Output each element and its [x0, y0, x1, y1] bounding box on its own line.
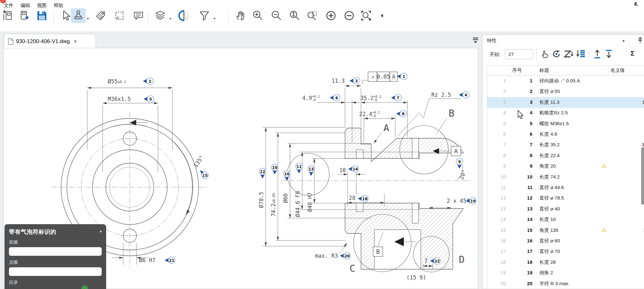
balloon-20[interactable]: 20 — [340, 253, 350, 259]
sum-icon[interactable]: Σ — [631, 50, 634, 57]
select-area-icon[interactable]: A 1 — [113, 8, 127, 23]
table-row[interactable]: 1111直径 ⌀ 44.644.6 — [487, 182, 644, 193]
table-row[interactable]: 1515角度 135⚠135 — [487, 225, 644, 236]
row-gutter-number: 18 — [487, 259, 506, 265]
zoom-out-icon[interactable] — [269, 8, 284, 23]
table-row[interactable]: 1717直径 ⌀ 7070 — [487, 246, 644, 257]
rotate-icon[interactable] — [551, 49, 562, 59]
table-row[interactable]: 22直径 ⌀ 5555 — [487, 86, 644, 97]
dimension-text: 22.4+0.2-0 — [359, 111, 380, 118]
table-row[interactable]: 1010长度 74.274.2 — [487, 172, 644, 183]
table-row[interactable]: 88长度 22.422.4 — [487, 150, 644, 161]
column-header-title[interactable]: 标题 — [539, 67, 549, 73]
svg-text:20°: 20° — [458, 169, 467, 180]
table-row[interactable]: 55螺纹 M36x1.5 — [487, 118, 644, 129]
balloon-18[interactable]: 18 — [358, 195, 368, 202]
row-gutter-number: 2 — [487, 88, 506, 94]
tag-icon[interactable] — [93, 8, 108, 23]
balloon-12[interactable]: 12 — [259, 168, 266, 179]
row-index: 6 — [512, 131, 532, 137]
filter-dropdown-icon[interactable]: ▾ — [214, 17, 216, 21]
balloon-1[interactable]: 1 — [397, 73, 407, 80]
row-nominal-value: 70 — [590, 248, 644, 254]
hand-pointer-icon[interactable] — [539, 49, 550, 59]
svg-text:10: 10 — [339, 167, 346, 173]
table-row[interactable]: 77长度 35.235.2 — [487, 140, 644, 150]
table-row[interactable]: 1414长度 1010 — [487, 214, 644, 225]
move-top-icon[interactable] — [592, 49, 603, 59]
zoom-window-icon[interactable] — [305, 8, 320, 23]
svg-text:↗: ↗ — [371, 73, 374, 80]
table-row[interactable]: 2020半径 R 3 max. — [487, 278, 644, 289]
row-index: 13 — [512, 206, 532, 211]
start-number-input[interactable] — [505, 49, 533, 59]
table-row[interactable]: 99角度 20⚠20 — [487, 161, 644, 172]
balloon-3[interactable]: 3 — [349, 78, 360, 84]
filter-icon[interactable] — [197, 8, 212, 23]
save-icon[interactable] — [35, 8, 49, 23]
overlay-collapse-icon[interactable]: ▾ — [100, 229, 102, 234]
row-nominal-value: 60 — [590, 238, 644, 243]
increase-icon[interactable] — [324, 8, 338, 23]
tab-list-icon[interactable] — [471, 36, 480, 44]
suffix-input[interactable] — [9, 267, 102, 276]
tab-close-icon[interactable]: × — [74, 38, 77, 45]
table-row[interactable]: 1919倒角 22 — [487, 268, 644, 278]
svg-text:22: 22 — [435, 259, 440, 263]
move-bottom-icon[interactable] — [603, 49, 614, 59]
open-file-icon[interactable] — [18, 8, 32, 23]
column-header-index[interactable]: 序号 — [512, 67, 522, 73]
zoom-extents-icon[interactable] — [359, 8, 373, 23]
table-row[interactable]: 1818长度 2828 — [487, 257, 644, 268]
comment-icon[interactable] — [131, 8, 146, 23]
vertical-scrollbar[interactable] — [641, 147, 644, 205]
balloon-14[interactable]: 14 — [348, 166, 359, 172]
zoom-selected-icon[interactable] — [287, 8, 302, 23]
balloon-2[interactable]: 2 — [143, 78, 153, 85]
layers-dropdown-icon[interactable]: ▾ — [169, 17, 171, 21]
mirror-shade-icon[interactable] — [177, 8, 191, 23]
table-row[interactable]: 11径向跳动 ↗ 0.05 A — [487, 76, 644, 87]
svg-text:7: 7 — [424, 258, 428, 264]
stamp-dropdown-icon[interactable]: ▾ — [87, 17, 89, 21]
prefix-input[interactable] — [9, 247, 102, 256]
pin-icon[interactable] — [637, 37, 644, 46]
zoom-in-icon[interactable] — [251, 8, 265, 23]
balloon-16[interactable]: 16 — [284, 171, 290, 181]
pan-hand-icon[interactable] — [233, 8, 247, 23]
svg-text:135°: 135° — [192, 154, 205, 169]
sort-z-icon[interactable] — [563, 49, 574, 59]
table-row[interactable]: 1212直径 ⌀ 78.578.5 — [487, 193, 644, 204]
table-row[interactable]: 44粗糙度Rz 2.5 — [487, 108, 644, 118]
column-header-nominal[interactable]: 名义值 — [610, 67, 625, 73]
row-nominal-value: 74.2 — [590, 174, 644, 179]
balloon-10[interactable]: 10 — [271, 164, 278, 175]
balloon-6[interactable]: 6 — [330, 95, 340, 101]
balloon-5[interactable]: 5 — [144, 96, 154, 103]
list-order-icon[interactable] — [575, 49, 586, 59]
balloon-9[interactable]: 9 — [456, 158, 463, 169]
balloon-7[interactable]: 7 — [391, 95, 402, 101]
row-gutter-number: 9 — [487, 163, 506, 169]
balloon-21[interactable]: 21 — [165, 257, 175, 264]
layers-icon[interactable] — [153, 8, 168, 23]
collapse-icon[interactable] — [375, 8, 389, 23]
balloon-4[interactable]: 4 — [459, 92, 469, 98]
properties-collapse-icon[interactable]: ▾ — [623, 39, 624, 43]
decrease-icon[interactable] — [342, 8, 357, 23]
document-tab[interactable]: 930-1200-406-V1.dwg × — [4, 34, 96, 49]
balloon-15[interactable]: 15 — [200, 170, 208, 179]
table-row[interactable]: 33长度 11.311.3 — [487, 97, 644, 108]
table-row[interactable]: 66长度 4.94.9 — [487, 129, 644, 140]
dimension-text: 4.9+0.2-0 — [302, 95, 320, 102]
svg-text:M36x1.5: M36x1.5 — [108, 96, 131, 102]
table-row[interactable]: 1616直径 ⌀ 6060 — [487, 236, 644, 247]
table-row[interactable]: 1313直径 ⌀ 4040 — [487, 204, 644, 215]
balloon-8[interactable]: 8 — [396, 110, 407, 117]
balloon-13[interactable]: 13 — [308, 166, 315, 176]
table-header: 序号 标题 名义值 — [487, 66, 644, 75]
balloon-11[interactable]: 11 — [296, 163, 302, 174]
stamp-icon[interactable] — [71, 8, 86, 23]
svg-text:21: 21 — [169, 258, 175, 263]
new-file-icon[interactable] — [1, 8, 16, 23]
